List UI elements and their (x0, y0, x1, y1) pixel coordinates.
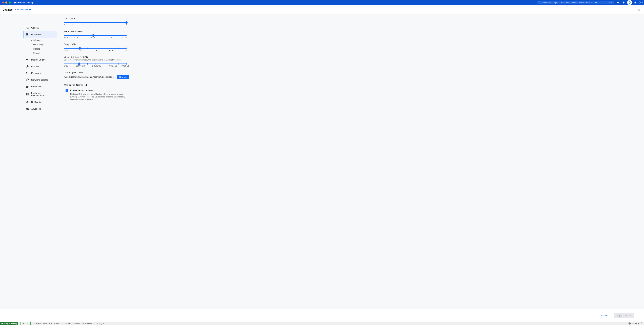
close-icon (638, 8, 640, 11)
disk-slider[interactable] (64, 63, 126, 64)
engine-controls (20, 322, 30, 325)
title-bar: dockerdesktop ⌘K L (0, 0, 644, 5)
subnav-label: Proxies (33, 48, 40, 50)
bell-outline-icon[interactable] (640, 322, 643, 325)
nav-label: Software updates (31, 79, 48, 81)
settings-sidebar: General Resources Advanced File sharing … (24, 14, 57, 309)
swap-slider-labels: 0 Bytes1 GB2 GB3 GB4 GB (64, 50, 127, 52)
nav-kubernetes[interactable]: Kubernetes (24, 70, 57, 76)
resources-subnav: Advanced File sharing Proxies Network (24, 38, 57, 55)
disk-location-input[interactable] (64, 75, 115, 79)
subnav-file-sharing[interactable]: File sharing (30, 43, 57, 46)
subnav-label: Network (33, 52, 40, 54)
subnav-network[interactable]: Network (30, 52, 57, 55)
give-feedback-link[interactable]: Give feedback (15, 8, 31, 11)
close-settings-button[interactable] (636, 8, 641, 12)
swap-label: Swap: 1 GB (64, 43, 195, 46)
puzzle-icon (26, 85, 29, 88)
nav-notifications[interactable]: Notifications (24, 99, 57, 105)
play-icon (21, 323, 23, 324)
apps-icon-button[interactable] (633, 0, 638, 5)
docker-whale-icon (1, 322, 3, 324)
maximize-window-button[interactable] (9, 2, 11, 4)
settings-header: Settings Give feedback (0, 5, 644, 14)
nav-extensions[interactable]: Extensions (24, 83, 57, 90)
plug-icon (97, 322, 99, 324)
subnav-proxies[interactable]: Proxies (30, 47, 57, 51)
grid-icon (26, 93, 29, 96)
resource-saver-checkbox-label: Enable Resource Saver (70, 89, 126, 92)
settings-body: General Resources Advanced File sharing … (0, 14, 644, 309)
learning-icon-button[interactable] (616, 0, 620, 5)
nav-builders[interactable]: Builders (24, 63, 57, 70)
avatar-initial: L (640, 2, 641, 4)
cpu-limit-setting: CPU limit: 8 1248 (64, 17, 195, 26)
subnav-label: Advanced (33, 39, 42, 41)
search-shortcut: ⌘K (608, 1, 613, 4)
resource-saver-description: Reduces CPU and memory utilization when … (70, 92, 126, 101)
check-circle-icon (628, 322, 631, 325)
engine-status[interactable]: Engine running (0, 322, 18, 325)
nav-advanced[interactable]: Advanced (24, 106, 57, 112)
resource-saver-checkbox-row: Enable Resource Saver Reduces CPU and me… (66, 89, 195, 101)
settings-content: CPU limit: 8 1248 Memory limit: 8 GB 1 G… (57, 14, 195, 309)
cancel-button[interactable]: Cancel (598, 313, 611, 318)
gears-icon (26, 107, 29, 110)
wrench-icon (26, 65, 29, 68)
engine-status-label: Engine running (4, 322, 17, 324)
page-title: Settings (3, 8, 12, 11)
engine-power-menu[interactable] (26, 322, 30, 325)
nav-label: Resources (31, 33, 42, 36)
cpu-slider[interactable] (64, 22, 126, 23)
leaf-icon (85, 83, 88, 86)
memory-slider[interactable] (64, 35, 126, 36)
nav-resources[interactable]: Resources (24, 31, 57, 38)
memory-label: Memory limit: 8 GB (64, 30, 195, 32)
nav-label: Notifications (31, 101, 43, 103)
pause-icon (23, 323, 24, 324)
nav-label: Extensions (31, 85, 42, 88)
resource-saver-checkbox[interactable] (66, 89, 68, 92)
power-icon (27, 323, 28, 324)
virtual-disk-setting: Virtual disk limit: 128 GB Due to filesy… (64, 56, 195, 67)
cpu-usage: CPU 6.15% (49, 322, 59, 324)
cpu-label: CPU limit: 8 (64, 17, 195, 20)
browse-button[interactable]: Browse (117, 75, 129, 79)
sliders-icon (26, 26, 29, 29)
settings-icon-button[interactable] (627, 0, 632, 5)
nav-software-updates[interactable]: Software updates (24, 77, 57, 83)
nav-label: General (31, 26, 39, 29)
disk-usage: Disk 61.49 GB avail. of 125.66 GB (64, 322, 92, 324)
disk-note: Due to filesystem overhead, the real ava… (64, 59, 195, 61)
engine-play-pause[interactable] (20, 322, 25, 325)
search-input[interactable] (542, 1, 606, 4)
app-brand: dockerdesktop (14, 1, 34, 4)
ram-usage: RAM 5.16 GB (36, 322, 47, 324)
minimize-window-button[interactable] (6, 2, 8, 4)
swap-slider[interactable] (64, 48, 126, 49)
user-avatar[interactable]: L (639, 1, 643, 4)
nav-label: Kubernetes (31, 72, 42, 74)
status-bar: Engine running RAM 5.16 GB CPU 6.15% Dis… (0, 322, 644, 325)
nav-label: Docker Engine (31, 58, 46, 61)
resources-icon (26, 33, 29, 36)
disk-slider-labels: 8 GB124.99 GB249.98 GB374.97 GB499.96 GB (64, 65, 130, 67)
nav-label: Builders (31, 65, 39, 68)
feedback-chat-icon (29, 9, 31, 11)
bell-icon (26, 100, 29, 104)
whale-icon (26, 58, 29, 61)
nav-docker-engine[interactable]: Docker Engine (24, 56, 57, 63)
window-controls (2, 2, 11, 4)
troubleshoot-icon-button[interactable] (622, 0, 626, 5)
disk-label: Virtual disk limit: 128 GB (64, 56, 195, 58)
global-search[interactable]: ⌘K (537, 1, 614, 4)
disk-location-setting: Disk image location Browse (64, 71, 195, 79)
nav-general[interactable]: General (24, 24, 57, 31)
close-window-button[interactable] (2, 2, 4, 4)
nav-features-dev[interactable]: Features in development (24, 90, 57, 98)
subnav-label: File sharing (33, 43, 44, 46)
menu-dots-icon (28, 323, 30, 324)
nav-label: Features in development (31, 92, 55, 97)
kubernetes-icon (26, 72, 29, 74)
subnav-advanced[interactable]: Advanced (30, 38, 57, 42)
